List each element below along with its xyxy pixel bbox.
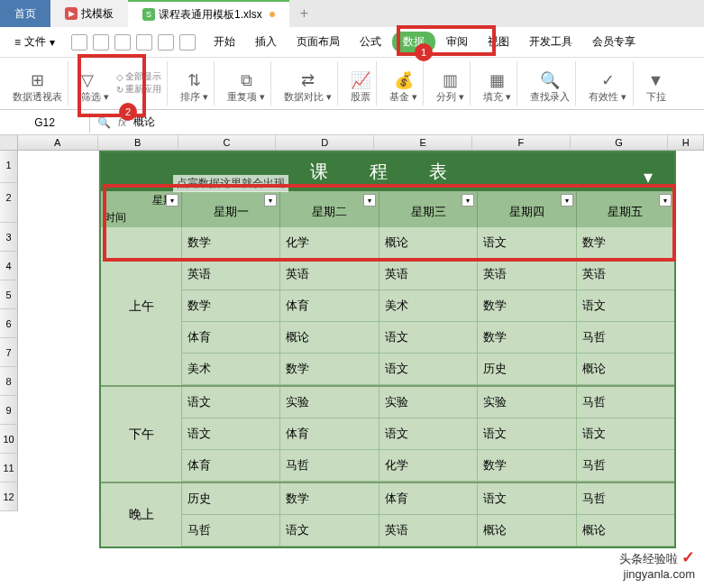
schedule-cell[interactable]: 化学 bbox=[280, 227, 379, 258]
schedule-cell[interactable]: 体育 bbox=[379, 483, 478, 514]
schedule-cell[interactable]: 英语 bbox=[182, 259, 280, 289]
schedule-cell[interactable]: 马哲 bbox=[182, 515, 280, 546]
tab-add-button[interactable]: + bbox=[289, 0, 319, 27]
tool-find-input[interactable]: 🔍 查找录入 bbox=[525, 61, 576, 106]
schedule-cell[interactable]: 实验 bbox=[379, 387, 478, 418]
schedule-cell[interactable]: 数学 bbox=[478, 290, 576, 321]
qa-icon-1[interactable] bbox=[71, 34, 87, 51]
schedule-cell[interactable]: 语文 bbox=[478, 483, 576, 514]
schedule-cell[interactable]: 英语 bbox=[379, 259, 478, 289]
tool-pivot[interactable]: ⊞ 数据透视表 bbox=[7, 61, 69, 106]
menu-formula[interactable]: 公式 bbox=[351, 31, 390, 53]
menu-start[interactable]: 开始 bbox=[205, 31, 244, 53]
filter-btn-time[interactable]: ▾ bbox=[166, 194, 178, 207]
schedule-cell[interactable]: 语文 bbox=[182, 387, 280, 418]
qa-icon-3[interactable] bbox=[114, 34, 131, 51]
menu-insert[interactable]: 插入 bbox=[246, 31, 286, 53]
col-header-e[interactable]: E bbox=[374, 135, 472, 150]
menu-view[interactable]: 视图 bbox=[479, 31, 518, 53]
menu-member[interactable]: 会员专享 bbox=[583, 31, 645, 53]
row-header-1[interactable]: 1 bbox=[0, 151, 18, 183]
schedule-cell[interactable]: 马哲 bbox=[577, 322, 674, 353]
cells-area[interactable]: 课 程 表 ▾ 星期 时间 ▾ 点完数据这里就会出现 星期一 ▾ 星期二▾ bbox=[18, 151, 704, 511]
schedule-cell[interactable]: 美术 bbox=[379, 290, 478, 321]
tool-validity[interactable]: ✓ 有效性 ▾ bbox=[583, 61, 633, 106]
search-fx-icon[interactable]: 🔍 bbox=[97, 116, 111, 129]
schedule-cell[interactable]: 英语 bbox=[577, 259, 674, 289]
filter-btn-d3[interactable]: ▾ bbox=[462, 194, 474, 207]
tool-show-all[interactable]: ◇ 全部显示 bbox=[116, 70, 161, 83]
schedule-cell[interactable]: 数学 bbox=[280, 483, 379, 514]
tool-reapply[interactable]: ↻ 重新应用 bbox=[116, 83, 161, 96]
schedule-cell[interactable]: 体育 bbox=[280, 418, 379, 449]
filter-btn-d1[interactable]: ▾ bbox=[264, 194, 277, 207]
row-header-9[interactable]: 9 bbox=[0, 396, 18, 425]
schedule-cell[interactable]: 概论 bbox=[478, 515, 576, 546]
qa-icon-4[interactable] bbox=[136, 34, 152, 51]
menu-devtools[interactable]: 开发工具 bbox=[520, 31, 581, 53]
schedule-cell[interactable]: 概论 bbox=[280, 322, 379, 353]
qa-icon-2[interactable] bbox=[93, 34, 109, 51]
tool-duplicates[interactable]: ⧉ 重复项 ▾ bbox=[222, 61, 271, 106]
tab-home[interactable]: 首页 bbox=[0, 0, 50, 27]
schedule-cell[interactable]: 概论 bbox=[577, 354, 674, 384]
tool-filter[interactable]: ▽ 筛选 ▾ bbox=[81, 70, 109, 104]
schedule-cell[interactable]: 体育 bbox=[182, 450, 280, 481]
schedule-cell[interactable]: 数学 bbox=[182, 227, 280, 258]
row-header-2[interactable]: 2 bbox=[0, 183, 18, 223]
schedule-cell[interactable]: 马哲 bbox=[577, 387, 674, 418]
row-header-8[interactable]: 8 bbox=[0, 367, 18, 396]
schedule-cell[interactable]: 美术 bbox=[182, 354, 280, 384]
schedule-cell[interactable]: 历史 bbox=[478, 354, 576, 384]
formula-input[interactable]: 概论 bbox=[133, 115, 155, 130]
schedule-cell[interactable]: 语文 bbox=[379, 354, 478, 384]
menu-data[interactable]: 数据 bbox=[392, 32, 435, 52]
schedule-cell[interactable]: 数学 bbox=[577, 227, 674, 258]
col-header-a[interactable]: A bbox=[18, 135, 98, 150]
tool-fill[interactable]: ▦ 填充 ▾ bbox=[478, 61, 517, 106]
row-header-10[interactable]: 10 bbox=[0, 425, 18, 454]
schedule-cell[interactable]: 体育 bbox=[182, 322, 280, 353]
tab-find-template[interactable]: ▶ 找模板 bbox=[50, 0, 128, 27]
tool-compare[interactable]: ⇄ 数据对比 ▾ bbox=[279, 61, 338, 106]
row-header-5[interactable]: 5 bbox=[0, 280, 18, 309]
tool-dropdown[interactable]: ▼ 下拉 bbox=[641, 61, 672, 106]
schedule-cell[interactable]: 历史 bbox=[182, 483, 280, 514]
col-header-d[interactable]: D bbox=[276, 135, 374, 150]
schedule-cell[interactable]: 概论 bbox=[577, 515, 674, 546]
qa-undo-icon[interactable] bbox=[158, 34, 174, 51]
row-header-11[interactable]: 11 bbox=[0, 454, 18, 482]
schedule-cell[interactable]: 化学 bbox=[379, 450, 478, 481]
schedule-cell[interactable]: 语文 bbox=[577, 418, 674, 449]
row-header-7[interactable]: 7 bbox=[0, 338, 18, 367]
schedule-cell[interactable]: 英语 bbox=[280, 259, 379, 289]
schedule-cell[interactable]: 实验 bbox=[280, 387, 379, 418]
menu-review[interactable]: 审阅 bbox=[437, 31, 477, 53]
schedule-cell[interactable]: 实验 bbox=[478, 387, 576, 418]
schedule-cell[interactable]: 数学 bbox=[478, 450, 576, 481]
menu-page-layout[interactable]: 页面布局 bbox=[288, 31, 349, 53]
schedule-cell[interactable]: 概论 bbox=[379, 227, 478, 258]
tool-split[interactable]: ▥ 分列 ▾ bbox=[431, 61, 471, 106]
schedule-cell[interactable]: 马哲 bbox=[280, 450, 379, 481]
file-menu[interactable]: ≡ 文件 ▾ bbox=[7, 31, 62, 53]
schedule-cell[interactable]: 语文 bbox=[577, 290, 674, 321]
schedule-cell[interactable]: 数学 bbox=[182, 290, 280, 321]
schedule-cell[interactable]: 语文 bbox=[478, 227, 576, 258]
col-header-h[interactable]: H bbox=[668, 135, 704, 150]
schedule-cell[interactable]: 数学 bbox=[478, 322, 576, 353]
qa-redo-icon[interactable] bbox=[179, 34, 196, 51]
select-all-corner[interactable] bbox=[0, 135, 18, 150]
schedule-cell[interactable]: 体育 bbox=[280, 290, 379, 321]
row-header-12[interactable]: 12 bbox=[0, 482, 18, 511]
filter-btn-d5[interactable]: ▾ bbox=[659, 194, 672, 207]
cell-reference-box[interactable]: G12 bbox=[0, 113, 90, 133]
schedule-cell[interactable]: 马哲 bbox=[577, 483, 674, 514]
title-filter-button[interactable]: ▾ bbox=[644, 166, 671, 188]
schedule-cell[interactable]: 语文 bbox=[478, 418, 576, 449]
col-header-b[interactable]: B bbox=[98, 135, 178, 150]
schedule-cell[interactable]: 英语 bbox=[379, 515, 478, 546]
tab-current-file[interactable]: S 课程表通用模板1.xlsx bbox=[128, 0, 289, 27]
tool-fund[interactable]: 💰 基金 ▾ bbox=[384, 61, 424, 106]
schedule-cell[interactable]: 语文 bbox=[379, 322, 478, 353]
